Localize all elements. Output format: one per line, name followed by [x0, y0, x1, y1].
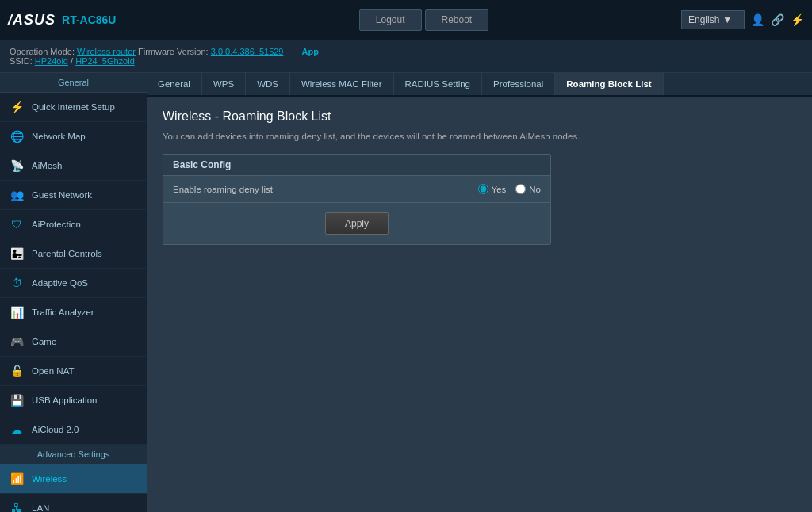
- aicloud-icon: ☁: [8, 421, 25, 438]
- quick-internet-setup-icon: ⚡: [8, 98, 25, 116]
- radio-yes-label: Yes: [492, 185, 507, 194]
- sidebar-label-adaptive-qos: Adaptive QoS: [32, 278, 88, 288]
- ssid-5-link[interactable]: HP24_5Ghzold: [75, 56, 135, 66]
- aiprotection-icon: 🛡: [8, 216, 25, 233]
- sidebar-item-network-map[interactable]: 🌐 Network Map: [0, 122, 147, 151]
- tab-professional[interactable]: Professional: [482, 73, 555, 95]
- page-description: You can add devices into roaming deny li…: [163, 132, 796, 141]
- sidebar-label-open-nat: Open NAT: [32, 366, 74, 376]
- radio-no-input[interactable]: [515, 184, 526, 194]
- logo-area: /ASUS RT-AC86U: [8, 12, 167, 29]
- radio-no-label: No: [529, 185, 541, 194]
- app-label[interactable]: App: [302, 47, 319, 56]
- sidebar-item-open-nat[interactable]: 🔓 Open NAT: [0, 357, 147, 386]
- user-icon[interactable]: 👤: [751, 13, 764, 26]
- traffic-analyzer-icon: 📊: [8, 304, 25, 321]
- operation-mode-link[interactable]: Wireless router: [77, 47, 136, 56]
- basic-config-header: Basic Config: [163, 155, 550, 176]
- sidebar-label-quick-internet-setup: Quick Internet Setup: [32, 102, 115, 112]
- wireless-icon: 📶: [8, 470, 25, 487]
- radio-yes-option[interactable]: Yes: [478, 184, 507, 194]
- reboot-button[interactable]: Reboot: [425, 9, 489, 31]
- parental-controls-icon: 👨‍👧: [8, 245, 25, 262]
- main-layout: General ⚡ Quick Internet Setup 🌐 Network…: [0, 73, 812, 512]
- info-bar: Operation Mode: Wireless router Firmware…: [0, 40, 812, 73]
- tab-general[interactable]: General: [147, 73, 202, 95]
- game-icon: 🎮: [8, 333, 25, 350]
- apply-button[interactable]: Apply: [325, 212, 389, 235]
- radio-yes-input[interactable]: [478, 184, 488, 194]
- sidebar-label-usb-application: USB Application: [32, 395, 97, 405]
- page-title: Wireless - Roaming Block List: [163, 109, 796, 124]
- top-icons: 👤 🔗 ⚡: [751, 13, 804, 26]
- firmware-link[interactable]: 3.0.0.4.386_51529: [211, 47, 284, 56]
- sidebar-item-lan[interactable]: 🖧 LAN: [0, 494, 147, 512]
- sidebar-item-guest-network[interactable]: 👥 Guest Network: [0, 181, 147, 210]
- content-area: General WPS WDS Wireless MAC Filter RADI…: [147, 73, 812, 512]
- guest-network-icon: 👥: [8, 186, 25, 204]
- model-name: RT-AC86U: [62, 13, 116, 26]
- sidebar-label-lan: LAN: [32, 503, 49, 512]
- roaming-radio-group: Yes No: [478, 184, 541, 194]
- asus-logo: /ASUS: [8, 12, 56, 29]
- tab-radius-setting[interactable]: RADIUS Setting: [394, 73, 482, 95]
- lan-icon: 🖧: [8, 499, 25, 512]
- firmware-prefix: Firmware Version:: [138, 47, 211, 56]
- ssid-prefix: SSID:: [10, 56, 35, 66]
- sidebar-label-game: Game: [32, 337, 56, 346]
- open-nat-icon: 🔓: [8, 362, 25, 380]
- top-buttons: Logout Reboot: [167, 9, 681, 31]
- aimesh-icon: 📡: [8, 157, 25, 174]
- sidebar-label-network-map: Network Map: [32, 132, 86, 141]
- sidebar-label-traffic-analyzer: Traffic Analyzer: [32, 308, 94, 317]
- sidebar-item-adaptive-qos[interactable]: ⏱ Adaptive QoS: [0, 269, 147, 298]
- operation-mode-prefix: Operation Mode:: [10, 47, 77, 56]
- config-panel: Basic Config Enable roaming deny list Ye…: [163, 154, 551, 245]
- enable-roaming-label: Enable roaming deny list: [173, 185, 462, 194]
- ssid-24-link[interactable]: HP24old: [35, 56, 68, 66]
- ssid-line: SSID: HP24old / HP24_5Ghzold: [10, 56, 802, 66]
- sidebar-label-aimesh: AiMesh: [32, 161, 62, 170]
- adaptive-qos-icon: ⏱: [8, 274, 25, 292]
- apply-row: Apply: [163, 203, 550, 244]
- sidebar-item-usb-application[interactable]: 💾 USB Application: [0, 386, 147, 415]
- sidebar-label-aiprotection: AiProtection: [32, 220, 81, 229]
- radio-no-option[interactable]: No: [515, 184, 541, 194]
- advanced-section-header: Advanced Settings: [0, 445, 147, 464]
- general-section-header: General: [0, 73, 147, 93]
- sidebar-item-quick-internet-setup[interactable]: ⚡ Quick Internet Setup: [0, 93, 147, 122]
- sidebar-label-aicloud: AiCloud 2.0: [32, 425, 79, 434]
- sidebar-item-traffic-analyzer[interactable]: 📊 Traffic Analyzer: [0, 298, 147, 327]
- operation-mode-line: Operation Mode: Wireless router Firmware…: [10, 47, 802, 56]
- sidebar-item-wireless[interactable]: 📶 Wireless: [0, 464, 147, 494]
- sidebar-label-parental-controls: Parental Controls: [32, 249, 102, 258]
- sidebar-item-aimesh[interactable]: 📡 AiMesh: [0, 151, 147, 181]
- network-map-icon: 🌐: [8, 128, 25, 145]
- sidebar-label-guest-network: Guest Network: [32, 190, 92, 200]
- top-bar: /ASUS RT-AC86U Logout Reboot English ▼ 👤…: [0, 0, 812, 40]
- sidebar-item-parental-controls[interactable]: 👨‍👧 Parental Controls: [0, 239, 147, 269]
- tab-wds[interactable]: WDS: [246, 73, 290, 95]
- link-icon[interactable]: 🔗: [771, 13, 784, 26]
- usb-application-icon: 💾: [8, 392, 25, 409]
- tabs-bar: General WPS WDS Wireless MAC Filter RADI…: [147, 73, 812, 97]
- page-content: Wireless - Roaming Block List You can ad…: [147, 97, 812, 258]
- top-right: English ▼ 👤 🔗 ⚡: [681, 10, 804, 29]
- tab-wps[interactable]: WPS: [202, 73, 246, 95]
- tab-roaming-block-list[interactable]: Roaming Block List: [555, 73, 663, 95]
- sidebar: General ⚡ Quick Internet Setup 🌐 Network…: [0, 73, 147, 512]
- sidebar-label-wireless: Wireless: [32, 474, 67, 483]
- enable-roaming-row: Enable roaming deny list Yes No: [163, 176, 550, 203]
- language-select[interactable]: English ▼: [681, 10, 745, 29]
- usb-icon[interactable]: ⚡: [791, 13, 804, 26]
- logout-button[interactable]: Logout: [359, 9, 422, 31]
- sidebar-item-game[interactable]: 🎮 Game: [0, 327, 147, 357]
- sidebar-item-aiprotection[interactable]: 🛡 AiProtection: [0, 210, 147, 239]
- tab-wireless-mac-filter[interactable]: Wireless MAC Filter: [290, 73, 394, 95]
- sidebar-item-aicloud[interactable]: ☁ AiCloud 2.0: [0, 415, 147, 445]
